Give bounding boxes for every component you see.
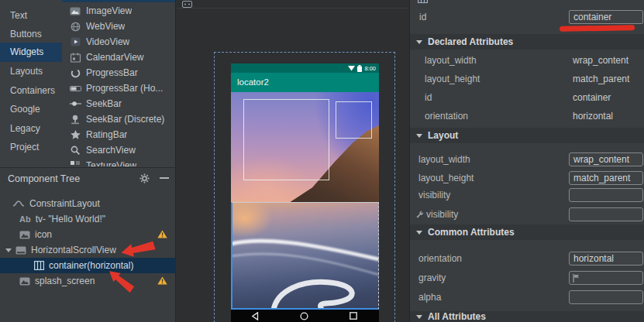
palette-category-google[interactable]: Google <box>0 101 62 117</box>
palette-widget-videoview[interactable]: VideoView <box>62 34 175 50</box>
attr-value[interactable]: match_parent <box>573 70 629 88</box>
seekbar-discrete-icon <box>69 113 81 125</box>
design-toolbar-icon[interactable] <box>182 1 192 8</box>
webview-icon <box>69 20 81 33</box>
orientation-dropdown[interactable]: horizontal <box>569 252 643 265</box>
palette-widget-imageview[interactable]: ImageView <box>62 3 175 19</box>
tree-item-constraintlayout[interactable]: ConstraintLayout <box>0 196 176 211</box>
palette-widget-webview[interactable]: WebView <box>62 19 175 34</box>
palette-widget-label: SeekBar (Discrete) <box>86 114 164 125</box>
imageview-icon <box>69 5 81 17</box>
linearlayout-horizontal-icon <box>34 261 44 270</box>
palette-widget-label: ImageView <box>86 5 132 16</box>
visibility-dropdown[interactable] <box>569 188 643 202</box>
attr-label: visibility <box>418 188 450 202</box>
attr-value[interactable]: wrap_content <box>573 51 629 70</box>
palette-category-layouts[interactable]: Layouts <box>0 63 62 79</box>
section-layout[interactable]: Layout <box>410 128 644 143</box>
palette-widget-label: ProgressBar (Ho... <box>86 83 163 94</box>
palette-panel: Text Buttons Widgets Layouts Containers … <box>0 0 176 167</box>
section-all-attributes[interactable]: All Attributes <box>410 311 644 322</box>
palette-widget-seekbar-discrete[interactable]: SeekBar (Discrete) <box>62 111 175 127</box>
palette-category-buttons[interactable]: Buttons <box>0 26 62 42</box>
status-time: 8:00 <box>364 65 376 72</box>
attr-value[interactable]: container <box>573 88 611 107</box>
section-declared-attributes[interactable]: Declared Attributes <box>410 34 644 50</box>
attr-label: layout_height <box>425 70 480 88</box>
design-surface[interactable]: 8:00 locator2 <box>177 0 409 322</box>
section-title: Common Attributes <box>428 227 515 238</box>
tree-item-label: icon <box>35 229 52 240</box>
warning-icon[interactable] <box>157 276 167 285</box>
selected-container-highlight[interactable] <box>231 202 379 310</box>
preview-nav-bar <box>231 310 379 322</box>
attr-label: layout_width <box>418 152 470 166</box>
layout-height-dropdown[interactable]: match_parent <box>569 171 643 185</box>
palette-category-project[interactable]: Project <box>0 139 62 155</box>
palette-widget-calendarview[interactable]: CalendarView <box>62 50 175 65</box>
design-toolbar-divider <box>177 8 409 9</box>
warning-icon[interactable] <box>157 230 167 238</box>
palette-widget-textureview[interactable]: TextureView <box>62 158 175 166</box>
tools-visibility-dropdown[interactable] <box>569 207 643 221</box>
battery-icon <box>357 65 362 72</box>
palette-category-text[interactable]: Text <box>0 8 62 23</box>
palette-widget-progressbar[interactable]: ProgressBar <box>62 65 175 80</box>
attr-label: visibility <box>426 207 458 221</box>
attr-label: id <box>425 88 432 107</box>
attributes-panel: id container Declared Attributes layout_… <box>409 0 644 322</box>
layout-width-dropdown[interactable]: wrap_content <box>569 152 643 166</box>
seekbar-icon <box>69 98 81 110</box>
tree-item-label: splash_screen <box>35 276 95 286</box>
tree-item-textview[interactable]: Ab tv- "Hello World!" <box>0 211 176 227</box>
id-input[interactable]: container <box>569 10 643 24</box>
gear-icon[interactable] <box>139 173 150 183</box>
preview-app-bar: locator2 <box>231 73 379 92</box>
android-studio-layout-editor: Text Buttons Widgets Layouts Containers … <box>0 0 644 322</box>
constraintlayout-icon <box>12 200 25 207</box>
nav-home-icon <box>300 312 308 320</box>
flag-icon[interactable] <box>573 274 580 283</box>
minimize-icon[interactable] <box>160 177 169 179</box>
wrench-icon <box>416 211 424 218</box>
palette-category-containers[interactable]: Containers <box>0 83 62 98</box>
palette-widget-progressbar-horizontal[interactable]: ProgressBar (Ho... <box>62 80 175 96</box>
palette-widget-ratingbar[interactable]: RatingBar <box>62 127 175 142</box>
palette-widget-label: SeekBar <box>86 98 122 109</box>
palette-category-widgets[interactable]: Widgets <box>0 43 62 62</box>
attr-value[interactable]: horizontal <box>573 107 613 125</box>
tree-item-container-selected[interactable]: container(horizontal) <box>0 258 176 273</box>
component-tree-title: Component Tree <box>8 173 80 184</box>
ratingbar-icon <box>69 128 81 141</box>
gravity-input[interactable] <box>569 271 643 285</box>
videoview-icon <box>69 36 81 48</box>
chevron-down-icon <box>416 315 422 319</box>
palette-widget-seekbar[interactable]: SeekBar <box>62 96 175 111</box>
palette-category-legacy[interactable]: Legacy <box>0 121 62 136</box>
imageview-icon <box>19 231 30 239</box>
attr-label: orientation <box>418 252 462 265</box>
palette-widget-list: ImageView WebView VideoView CalendarView… <box>62 0 175 166</box>
attr-label: gravity <box>418 271 446 285</box>
partially-visible-selected-row <box>62 0 175 2</box>
alpha-input[interactable] <box>569 290 643 304</box>
preview-status-bar: 8:00 <box>231 63 379 73</box>
expand-collapse-icon[interactable] <box>5 248 12 252</box>
palette-widget-label: SearchView <box>86 145 136 156</box>
chevron-down-icon <box>416 40 422 44</box>
view-bounds-rect-large <box>243 99 329 180</box>
search-icon <box>69 144 81 156</box>
section-title: All Attributes <box>428 311 486 322</box>
wifi-icon <box>348 66 355 71</box>
nav-back-icon <box>251 312 259 320</box>
tree-item-splash-screen[interactable]: splash_screen <box>0 273 176 289</box>
palette-widget-searchview[interactable]: SearchView <box>62 142 175 158</box>
palette-widget-label: CalendarView <box>86 52 144 63</box>
nav-recents-icon <box>350 312 357 320</box>
section-title: Layout <box>428 130 458 141</box>
section-common-attributes[interactable]: Common Attributes <box>410 224 644 240</box>
progressbar-horizontal-icon <box>69 82 81 94</box>
attr-label: layout_height <box>418 171 474 185</box>
palette-widget-label: VideoView <box>86 36 129 47</box>
view-bounds-rect-small <box>336 101 372 139</box>
